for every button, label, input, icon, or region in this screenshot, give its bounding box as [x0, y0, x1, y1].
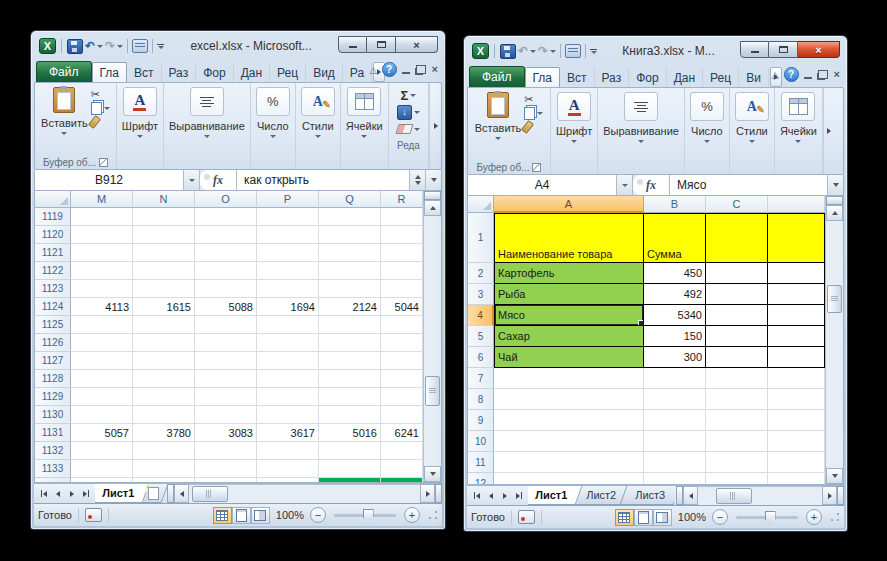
- redo-icon[interactable]: ↷: [105, 40, 115, 52]
- cell-P1120[interactable]: [257, 226, 319, 244]
- paste-button[interactable]: Вставить: [41, 87, 88, 135]
- select-all-corner[interactable]: [468, 196, 494, 213]
- cell-A11[interactable]: [494, 452, 644, 473]
- column-header-P[interactable]: P: [257, 191, 319, 208]
- zoom-in-button[interactable]: +: [404, 507, 420, 523]
- cell-P1122[interactable]: [257, 262, 319, 280]
- cell-P1131[interactable]: 3617: [257, 424, 319, 442]
- vertical-scrollbar[interactable]: [423, 191, 441, 482]
- table-view-icon[interactable]: [132, 39, 148, 53]
- cell-B1[interactable]: Сумма: [644, 213, 706, 263]
- redo-dropdown-icon[interactable]: [550, 50, 556, 53]
- hscroll-left-button[interactable]: [683, 486, 698, 505]
- cell-Q1132[interactable]: [319, 442, 381, 460]
- cell-O1133[interactable]: [195, 460, 257, 478]
- hscroll-split-handle[interactable]: [837, 486, 844, 505]
- name-box[interactable]: B912: [35, 170, 184, 190]
- zoom-slider[interactable]: [334, 514, 396, 517]
- cell-N1131[interactable]: 3780: [133, 424, 195, 442]
- table-view-icon[interactable]: [565, 44, 581, 58]
- cell-O1127[interactable]: [195, 352, 257, 370]
- cell-P1132[interactable]: [257, 442, 319, 460]
- alignment-group-button[interactable]: Выравнивание: [164, 83, 251, 169]
- cell-R1122[interactable]: [381, 262, 423, 280]
- cell-Q1119[interactable]: [319, 208, 381, 226]
- cell-Q1128[interactable]: [319, 370, 381, 388]
- row-header-9[interactable]: 9: [468, 410, 494, 431]
- column-header-N[interactable]: N: [133, 191, 195, 208]
- cell-D4[interactable]: [768, 305, 825, 326]
- cell-D8[interactable]: [768, 389, 825, 410]
- row-header-1126[interactable]: 1126: [35, 334, 71, 352]
- cell-P1133[interactable]: [257, 460, 319, 478]
- scrollbar-thumb[interactable]: [425, 376, 440, 406]
- cell-Q1127[interactable]: [319, 352, 381, 370]
- cell-C11[interactable]: [706, 452, 768, 473]
- workbook-close-icon[interactable]: ×: [432, 64, 438, 75]
- cell-R1127[interactable]: [381, 352, 423, 370]
- cut-icon[interactable]: ✂: [524, 94, 533, 105]
- cell-D2[interactable]: [768, 263, 825, 284]
- cell-N1124[interactable]: 1615: [133, 298, 195, 316]
- cell-Q1129[interactable]: [319, 388, 381, 406]
- copy-icon[interactable]: [91, 102, 102, 115]
- next-sheet-button[interactable]: [65, 486, 78, 501]
- cell-N1132[interactable]: [133, 442, 195, 460]
- cell-Q1126[interactable]: [319, 334, 381, 352]
- cell-A1[interactable]: Наименование товара: [494, 213, 644, 263]
- save-icon[interactable]: [67, 39, 83, 54]
- cell-N1123[interactable]: [133, 280, 195, 298]
- cell-P1129[interactable]: [257, 388, 319, 406]
- name-box-dropdown-icon[interactable]: [184, 170, 200, 190]
- cell-R1119[interactable]: [381, 208, 423, 226]
- row-header-1129[interactable]: 1129: [35, 388, 71, 406]
- fill-icon[interactable]: ↓: [397, 105, 412, 120]
- save-icon[interactable]: [500, 44, 516, 59]
- ribbon-tab-6[interactable]: Рец: [703, 68, 739, 87]
- ribbon-tab-5[interactable]: Дан: [667, 68, 703, 87]
- cell-R1120[interactable]: [381, 226, 423, 244]
- cell-B2[interactable]: 450: [644, 263, 706, 284]
- cell-O1121[interactable]: [195, 244, 257, 262]
- macro-record-icon[interactable]: [518, 510, 535, 524]
- cell-C10[interactable]: [706, 431, 768, 452]
- cell-N1133[interactable]: [133, 460, 195, 478]
- zoom-out-button[interactable]: −: [712, 509, 728, 525]
- cell-P1134[interactable]: [257, 478, 319, 482]
- row-header-6[interactable]: 6: [468, 347, 494, 368]
- number-group-button[interactable]: % Число: [251, 83, 296, 169]
- cells-group-button[interactable]: Ячейки: [775, 88, 823, 174]
- minimize-ribbon-icon[interactable]: △: [370, 65, 377, 75]
- cell-Q1131[interactable]: 5016: [319, 424, 381, 442]
- cell-C6[interactable]: [706, 347, 768, 368]
- column-header-d[interactable]: [768, 196, 825, 213]
- file-tab[interactable]: Файл: [36, 61, 92, 82]
- cell-R1134[interactable]: 5915,96: [381, 478, 423, 482]
- cell-A12[interactable]: [494, 473, 644, 484]
- page-break-view-button[interactable]: [653, 509, 672, 526]
- cell-R1126[interactable]: [381, 334, 423, 352]
- column-header-O[interactable]: O: [195, 191, 257, 208]
- workbook-close-icon[interactable]: ×: [834, 69, 840, 80]
- redo-dropdown-icon[interactable]: [117, 45, 123, 48]
- cell-C4[interactable]: [706, 305, 768, 326]
- ribbon-tab-8[interactable]: Ра: [343, 63, 372, 82]
- workbook-restore-icon[interactable]: [818, 70, 828, 79]
- cell-O1122[interactable]: [195, 262, 257, 280]
- row-header-3[interactable]: 3: [468, 284, 494, 305]
- cell-O1128[interactable]: [195, 370, 257, 388]
- maximize-button[interactable]: [367, 36, 396, 53]
- close-button[interactable]: ×: [396, 36, 438, 53]
- zoom-slider-thumb[interactable]: [765, 511, 776, 525]
- cell-C5[interactable]: [706, 326, 768, 347]
- sheet-tab-Лист3[interactable]: Лист3: [620, 486, 674, 505]
- prev-sheet-button[interactable]: [484, 488, 497, 503]
- resize-grip[interactable]: [428, 510, 438, 520]
- undo-icon[interactable]: ↶: [85, 40, 95, 52]
- hscroll-right-button[interactable]: [420, 484, 435, 503]
- cell-B5[interactable]: 150: [644, 326, 706, 347]
- scroll-up-button[interactable]: [424, 200, 441, 216]
- undo-icon[interactable]: ↶: [518, 45, 528, 57]
- cell-O1129[interactable]: [195, 388, 257, 406]
- ribbon-tab-1[interactable]: Гла: [92, 62, 128, 82]
